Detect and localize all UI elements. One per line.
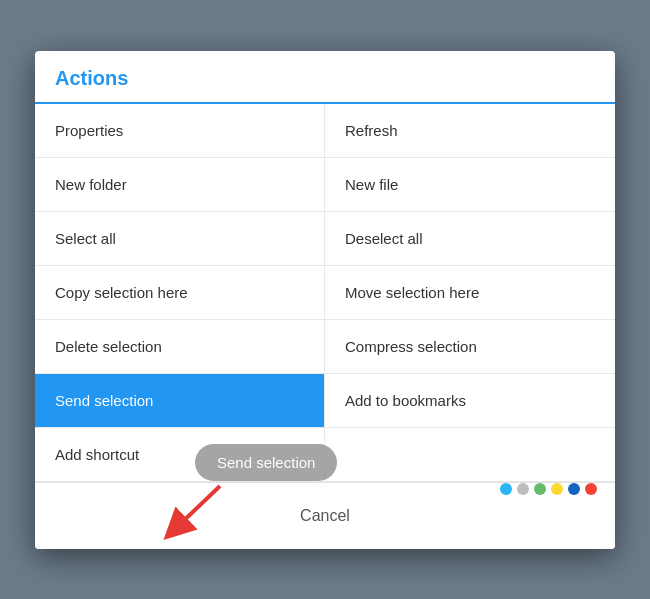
action-item[interactable]: Select all [35, 212, 325, 266]
action-item[interactable]: Add to bookmarks [325, 374, 615, 428]
action-item[interactable]: Refresh [325, 104, 615, 158]
action-item[interactable] [325, 428, 615, 482]
action-item[interactable]: Deselect all [325, 212, 615, 266]
action-item[interactable]: Move selection here [325, 266, 615, 320]
dot [568, 483, 580, 495]
action-item[interactable]: Delete selection [35, 320, 325, 374]
action-item[interactable]: New folder [35, 158, 325, 212]
dialog-title: Actions [55, 67, 128, 89]
action-item[interactable]: Add shortcut [35, 428, 325, 482]
action-item[interactable]: New file [325, 158, 615, 212]
dialog-header: Actions [35, 51, 615, 104]
action-item[interactable]: Compress selection [325, 320, 615, 374]
action-item[interactable]: Send selection [35, 374, 325, 428]
cancel-button[interactable]: Cancel [276, 499, 374, 533]
dot [500, 483, 512, 495]
dot [585, 483, 597, 495]
actions-grid: PropertiesRefreshNew folderNew fileSelec… [35, 104, 615, 483]
dot [551, 483, 563, 495]
actions-dialog: Actions PropertiesRefreshNew folderNew f… [35, 51, 615, 549]
action-item[interactable]: Copy selection here [35, 266, 325, 320]
dot [534, 483, 546, 495]
action-item[interactable]: Properties [35, 104, 325, 158]
dots-row [500, 483, 597, 495]
dot [517, 483, 529, 495]
